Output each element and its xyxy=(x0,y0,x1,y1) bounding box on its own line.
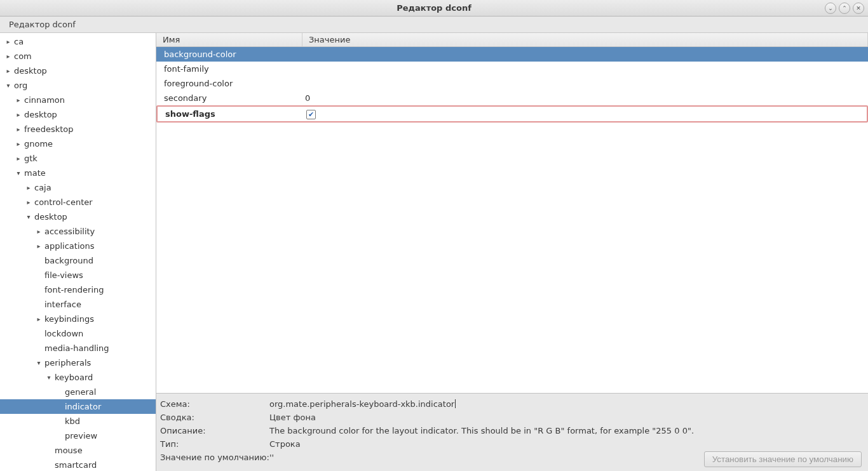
tree-item-keyboard[interactable]: ▾keyboard xyxy=(0,370,156,385)
details-pane: Схема: org.mate.peripherals-keyboard-xkb… xyxy=(156,394,868,471)
chevron-down-icon: ▾ xyxy=(14,169,23,176)
tree-item-control-center[interactable]: ▸control-center xyxy=(0,195,156,209)
chevron-right-icon: ▸ xyxy=(14,140,23,147)
tree-item-applications[interactable]: ▸applications xyxy=(0,239,156,253)
chevron-right-icon: ▸ xyxy=(4,67,13,74)
tree-item-mate-desktop[interactable]: ▾desktop xyxy=(0,209,156,224)
reset-default-button[interactable]: Установить значение по умолчанию xyxy=(704,451,862,467)
tree-item-accessibility[interactable]: ▸accessibility xyxy=(0,224,156,239)
key-name: foreground-color xyxy=(156,79,302,88)
type-label: Тип: xyxy=(160,437,269,451)
checkbox-show-flags[interactable] xyxy=(306,110,316,119)
minimize-button[interactable]: ⌄ xyxy=(825,3,836,14)
chevron-right-icon: ▸ xyxy=(34,315,43,322)
tree-item-freedesktop[interactable]: ▸freedesktop xyxy=(0,122,156,136)
text-cursor-icon xyxy=(455,399,456,408)
tree-item-smartcard[interactable]: ▸smartcard xyxy=(0,458,156,471)
summary-value: Цвет фона xyxy=(269,411,862,424)
tree-item-general[interactable]: ▸general xyxy=(0,385,156,399)
list-header: Имя Значение xyxy=(156,33,868,47)
chevron-right-icon: ▸ xyxy=(34,228,43,235)
tree-item-com[interactable]: ▸com xyxy=(0,49,156,63)
chevron-right-icon: ▸ xyxy=(4,38,13,45)
content-area: ▸ca ▸com ▸desktop ▾org ▸cinnamon ▸deskto… xyxy=(0,33,868,471)
menubar: Редактор dconf xyxy=(0,17,868,33)
maximize-button[interactable]: ⌃ xyxy=(839,3,850,14)
tree-item-ca[interactable]: ▸ca xyxy=(0,34,156,49)
key-row-foreground-color[interactable]: foreground-color xyxy=(156,76,868,91)
tree-item-kbd[interactable]: ▸kbd xyxy=(0,414,156,428)
chevron-down-icon: ▾ xyxy=(24,213,33,220)
tree-item-lockdown[interactable]: ▸lockdown xyxy=(0,326,156,341)
chevron-down-icon: ▾ xyxy=(34,359,43,366)
tree-item-background[interactable]: ▸background xyxy=(0,253,156,268)
default-label: Значение по умолчанию: xyxy=(160,451,269,464)
tree-item-mate[interactable]: ▾mate xyxy=(0,166,156,180)
tree-item-desktop[interactable]: ▸desktop xyxy=(0,63,156,78)
chevron-down-icon: ▾ xyxy=(4,82,13,89)
window-controls: ⌄ ⌃ ✕ xyxy=(825,3,864,14)
key-name: background-color xyxy=(156,50,302,59)
tree-item-file-views[interactable]: ▸file-views xyxy=(0,268,156,282)
key-row-show-flags[interactable]: show-flags xyxy=(156,105,868,123)
key-value xyxy=(304,109,867,119)
column-name[interactable]: Имя xyxy=(156,33,302,46)
chevron-right-icon: ▸ xyxy=(14,155,23,162)
key-row-background-color[interactable]: background-color xyxy=(156,47,868,62)
tree-item-indicator[interactable]: ▸indicator xyxy=(0,399,156,414)
tree-item-keybindings[interactable]: ▸keybindings xyxy=(0,312,156,326)
schema-tree[interactable]: ▸ca ▸com ▸desktop ▾org ▸cinnamon ▸deskto… xyxy=(0,33,156,471)
key-row-secondary[interactable]: secondary 0 xyxy=(156,91,868,105)
chevron-down-icon: ▾ xyxy=(44,374,53,381)
key-list: Имя Значение background-color font-famil… xyxy=(156,33,868,394)
chevron-right-icon: ▸ xyxy=(34,242,43,249)
tree-item-mouse[interactable]: ▸mouse xyxy=(0,443,156,458)
chevron-right-icon: ▸ xyxy=(14,111,23,118)
tree-item-org-desktop[interactable]: ▸desktop xyxy=(0,107,156,122)
tree-item-interface[interactable]: ▸interface xyxy=(0,297,156,312)
key-name: secondary xyxy=(156,93,302,103)
column-value[interactable]: Значение xyxy=(302,33,868,46)
main-pane: Имя Значение background-color font-famil… xyxy=(156,33,868,471)
tree-item-preview[interactable]: ▸preview xyxy=(0,428,156,443)
tree-item-gtk[interactable]: ▸gtk xyxy=(0,151,156,166)
chevron-right-icon: ▸ xyxy=(14,126,23,133)
tree-item-gnome[interactable]: ▸gnome xyxy=(0,136,156,151)
tree-item-caja[interactable]: ▸caja xyxy=(0,180,156,195)
tree-item-cinnamon[interactable]: ▸cinnamon xyxy=(0,93,156,107)
titlebar: Редактор dconf ⌄ ⌃ ✕ xyxy=(0,0,868,17)
schema-value: org.mate.peripherals-keyboard-xkb.indica… xyxy=(269,397,862,411)
tree-item-media-handling[interactable]: ▸media-handling xyxy=(0,341,156,355)
chevron-right-icon: ▸ xyxy=(24,199,33,206)
close-button[interactable]: ✕ xyxy=(853,3,864,14)
chevron-right-icon: ▸ xyxy=(14,96,23,103)
key-name: show-flags xyxy=(158,109,304,119)
menu-app[interactable]: Редактор dconf xyxy=(4,18,81,31)
description-value: The background color for the layout indi… xyxy=(269,424,862,437)
tree-item-org[interactable]: ▾org xyxy=(0,78,156,93)
key-value: 0 xyxy=(302,93,868,103)
tree-item-font-rendering[interactable]: ▸font-rendering xyxy=(0,282,156,297)
window-title: Редактор dconf xyxy=(397,3,471,13)
description-label: Описание: xyxy=(160,424,269,437)
chevron-right-icon: ▸ xyxy=(24,184,33,191)
schema-label: Схема: xyxy=(160,397,269,411)
tree-item-peripherals[interactable]: ▾peripherals xyxy=(0,355,156,370)
chevron-right-icon: ▸ xyxy=(4,53,13,60)
type-value: Строка xyxy=(269,437,862,451)
key-row-font-family[interactable]: font-family xyxy=(156,62,868,76)
summary-label: Сводка: xyxy=(160,411,269,424)
key-name: font-family xyxy=(156,64,302,74)
